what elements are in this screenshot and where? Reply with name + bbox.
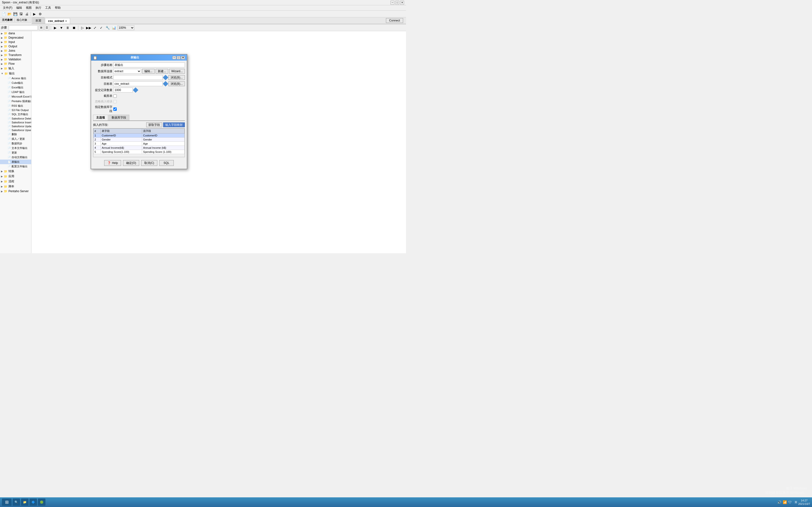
schema-diamond-btn[interactable]: [163, 75, 168, 80]
tree-child-item[interactable]: 📄 配置文件输出: [0, 164, 31, 169]
step-row-btn[interactable]: ☰: [45, 25, 49, 30]
commit-diamond-btn[interactable]: [133, 88, 139, 93]
minimize-btn[interactable]: ─: [391, 1, 394, 5]
tree-child-item[interactable]: 📄 插入／更新: [0, 137, 31, 141]
maximize-btn[interactable]: □: [395, 1, 399, 5]
target-table-input[interactable]: [113, 81, 163, 86]
print-btn[interactable]: 🖨: [24, 11, 30, 17]
tree-item-deprecated[interactable]: ▶ 📁 Deprecated: [0, 36, 31, 40]
main-tree-view-btn[interactable]: 主对象树: [1, 18, 13, 22]
table-row[interactable]: 4 Annual Income(k$) Annual Income (k$): [94, 146, 185, 150]
db-wizard-btn[interactable]: Wizard...: [169, 69, 185, 74]
tree-item-joins[interactable]: ▶ 📁 Joins: [0, 49, 31, 53]
tree-item-input[interactable]: ▶ 📁 Input: [0, 40, 31, 44]
tree-child-item[interactable]: 📄 文本文件输出: [0, 146, 31, 151]
target-schema-input[interactable]: [113, 75, 163, 80]
schema-browse-btn[interactable]: 浏览(B)...: [168, 75, 185, 80]
menu-help[interactable]: 帮助: [53, 5, 63, 10]
tree-child-item[interactable]: 📄 数据同步: [0, 141, 31, 146]
run-btn[interactable]: ▶: [32, 11, 37, 17]
tree-child-item[interactable]: 📄 Microsoft Excel 输出: [0, 95, 31, 99]
step-graph-btn[interactable]: 📊: [111, 25, 116, 31]
tree-child-item[interactable]: 📄 Excel输出: [0, 85, 31, 90]
tree-child-item[interactable]: 📄 SQL 文件输出: [0, 112, 31, 117]
tree-child-item[interactable]: 📄 更新: [0, 151, 31, 155]
db-edit-btn[interactable]: 编辑...: [142, 69, 155, 74]
tab-main-options[interactable]: 主选项: [93, 115, 108, 120]
db-new-btn[interactable]: 新建...: [156, 69, 168, 74]
tree-child-item[interactable]: 📄 自动文档输出: [0, 155, 31, 160]
dialog-maximize-btn[interactable]: □: [176, 56, 181, 59]
stop-btn[interactable]: ⏹: [71, 25, 77, 31]
tree-item-dana[interactable]: ▶ 📁 dana: [0, 31, 31, 36]
table-diamond-btn[interactable]: [163, 81, 168, 87]
tree-item-pentaho[interactable]: ▶ 📁 Pentaho Server: [0, 189, 31, 193]
input-mapping-btn[interactable]: 输入字段映射: [163, 122, 185, 127]
pause-btn[interactable]: ⏸: [65, 25, 70, 31]
table-row[interactable]: 2 Gender Gender: [94, 137, 185, 142]
core-objects-view-btn[interactable]: 核心对象: [16, 18, 28, 22]
tree-child-item[interactable]: 📄 删除: [0, 132, 31, 137]
truncate-checkbox[interactable]: [113, 95, 117, 98]
dialog-title-bar[interactable]: 📋 表输出 ─ □ ✕: [91, 55, 187, 61]
tab-csv-extract-close[interactable]: ✕: [65, 20, 67, 22]
tree-item-transform[interactable]: ▶ 📁 Transform: [0, 53, 31, 57]
tree-child-item[interactable]: 📄 Cube输出: [0, 80, 31, 85]
tree-item-yingyong[interactable]: ▶ 📁 应用: [0, 174, 31, 179]
tree-child-item[interactable]: 📄 表输出: [0, 160, 31, 164]
help-btn[interactable]: ❓ Help: [104, 160, 121, 166]
tree-item-liucheng[interactable]: ▶ 📁 流程: [0, 179, 31, 184]
tree-child-item[interactable]: 📄 Salesforce Update: [0, 124, 31, 128]
tree-item-shuchu[interactable]: ▼ 📁 输出: [0, 71, 31, 76]
step-run2-btn[interactable]: ▶▶: [86, 25, 91, 31]
tree-item-flow[interactable]: ▶ 📁 Flow: [0, 62, 31, 66]
close-btn[interactable]: ✕: [400, 1, 404, 5]
tree-child-item[interactable]: 📄 Access 输出: [0, 76, 31, 80]
get-fields-btn[interactable]: 获取字段: [146, 122, 162, 127]
tree-item-validation[interactable]: ▶ 📁 Validation: [0, 57, 31, 62]
table-row[interactable]: 3 Age Age: [94, 142, 185, 146]
step-name-input[interactable]: [113, 62, 185, 67]
new-btn[interactable]: 📄: [1, 11, 6, 17]
menu-tools[interactable]: 工具: [43, 5, 53, 10]
tree-item-shuru[interactable]: ▶ 📁 输入: [0, 66, 31, 71]
step-run-btn[interactable]: ▷: [80, 25, 85, 31]
tree-child-item[interactable]: 📄 Salesforce Delete: [0, 117, 31, 120]
tab-db-fields[interactable]: 数据库字段: [108, 115, 129, 120]
tree-child-item[interactable]: 📄 LDAP 输出: [0, 90, 31, 95]
table-browse-btn[interactable]: 浏览(B)...: [168, 81, 185, 86]
saveas-btn[interactable]: 🖫: [18, 11, 24, 17]
ok-btn[interactable]: 确定(O): [123, 160, 139, 166]
ignore-checkbox[interactable]: [113, 100, 117, 103]
menu-run[interactable]: 执行: [34, 5, 43, 10]
tree-item-output[interactable]: ▶ 📁 Output: [0, 44, 31, 49]
step-check-btn[interactable]: ✓: [99, 25, 104, 31]
tree-child-item[interactable]: 📄 Pentaho 报表输出: [0, 99, 31, 104]
connect-button[interactable]: Connect: [386, 18, 403, 23]
step-db-btn[interactable]: 🔧: [105, 25, 110, 31]
tree-item-zhuanhuan[interactable]: ▶ 📁 转换: [0, 169, 31, 174]
play-drop-btn[interactable]: ▼: [59, 25, 64, 31]
open-btn[interactable]: 📂: [7, 11, 12, 17]
play-btn[interactable]: ▶: [52, 25, 58, 31]
dialog-minimize-btn[interactable]: ─: [172, 56, 176, 59]
menu-file[interactable]: 文件(F): [1, 5, 14, 10]
save-btn[interactable]: 💾: [12, 11, 18, 17]
options-btn[interactable]: ⚙: [38, 11, 43, 17]
specify-checkbox[interactable]: [113, 107, 117, 111]
menu-edit[interactable]: 编辑: [14, 5, 24, 10]
table-row[interactable]: 1 CustomerID CustomerID: [94, 133, 185, 137]
tab-welcome[interactable]: 欢迎: [33, 17, 45, 24]
dialog-close-btn[interactable]: ✕: [181, 56, 185, 59]
commit-size-input[interactable]: [113, 88, 133, 93]
tree-child-item[interactable]: 📄 Salesforce Upsert: [0, 128, 31, 132]
step-map-btn[interactable]: ⤢: [92, 25, 98, 31]
tree-child-item[interactable]: 📄 Salesforce Insert: [0, 120, 31, 124]
tab-csv-extract[interactable]: csv_extract ✕: [45, 18, 70, 24]
tree-child-item[interactable]: 📄 S3 File Output: [0, 108, 31, 112]
step-search-input[interactable]: [9, 25, 38, 30]
table-row[interactable]: 5 Spending Score(1-100) Spending Score (…: [94, 150, 185, 154]
tree-item-jiaoben[interactable]: ▶ 📁 脚本: [0, 184, 31, 189]
zoom-select[interactable]: 100% 50% 75% 150% 200%: [117, 25, 134, 30]
tree-child-item[interactable]: 📄 RSS 输出: [0, 104, 31, 108]
